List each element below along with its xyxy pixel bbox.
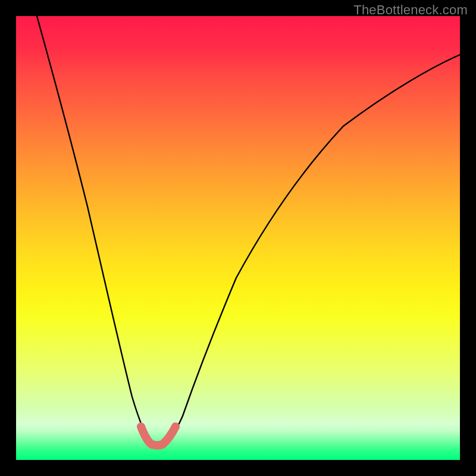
bottleneck-curve	[37, 16, 460, 445]
chart-frame	[16, 16, 460, 460]
watermark-text: TheBottleneck.com	[353, 2, 468, 18]
highlight-segment	[141, 427, 176, 446]
chart-svg	[16, 16, 460, 460]
